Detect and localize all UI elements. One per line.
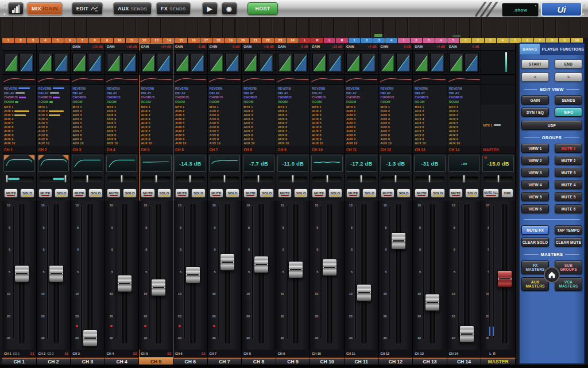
aux-send-row[interactable]: AUX 5: [242, 121, 276, 125]
bank-segment[interactable]: 19: [225, 38, 237, 43]
pan-thumb[interactable]: [326, 175, 328, 183]
aux-send-row[interactable]: AUX 2: [447, 109, 481, 113]
eq-curve-thumb[interactable]: [259, 53, 273, 72]
mute-button[interactable]: MUTE: [278, 189, 292, 198]
bank-segment[interactable]: 5: [447, 38, 459, 43]
aux-send-row[interactable]: AUX 6: [2, 125, 36, 129]
master-readout[interactable]: M -15.0 dB: [482, 155, 514, 172]
bottom-channel-cell[interactable]: CH 9: [276, 358, 311, 365]
mix-gain-button[interactable]: MIX/GAIN: [27, 2, 63, 15]
aux-send-row[interactable]: AUX 6: [447, 125, 481, 129]
eq-curve-thumb[interactable]: [191, 53, 205, 72]
fx-send-row[interactable]: CHORUS: [71, 95, 105, 100]
dyn-eq-thumbnails[interactable]: [242, 51, 276, 75]
bank-segment[interactable]: R: [336, 38, 348, 43]
aux-send-row[interactable]: AUX 9: [379, 137, 413, 141]
mute-button[interactable]: MUTE: [38, 189, 52, 198]
bottom-channel-cell[interactable]: CH 3: [71, 358, 105, 365]
aux-send-row[interactable]: AUX 6: [413, 125, 447, 129]
aux-send-row[interactable]: AUX 3: [242, 113, 276, 117]
channel-strip[interactable]: REVERBDELAYCHORUSROOM MTX 1AUX 2AUX 3AUX…: [2, 43, 37, 358]
fx-send-row[interactable]: DELAY: [208, 91, 242, 95]
fx-send-row[interactable]: CHORUS: [105, 95, 139, 100]
aux-send-row[interactable]: AUX 5: [379, 121, 413, 125]
aux-send-row[interactable]: MTX 1: [447, 105, 481, 109]
fx-send-row[interactable]: REVERB: [276, 86, 310, 91]
fader-zone[interactable]: 10505102040: [105, 201, 139, 350]
bank-segment[interactable]: 24: [287, 38, 299, 43]
fx-send-row[interactable]: REVERB: [208, 86, 242, 91]
aux-send-row[interactable]: AUX 7: [413, 129, 447, 133]
home-button[interactable]: [544, 267, 560, 283]
aux-send-row[interactable]: AUX 9: [71, 137, 105, 141]
aux-send-row[interactable]: AUX 3: [276, 113, 310, 117]
fx-sends-button[interactable]: FXSENDS: [156, 2, 190, 15]
bank-segment[interactable]: 3: [373, 38, 385, 43]
bottom-channel-cell[interactable]: CH 14: [447, 358, 482, 365]
aux-send-row[interactable]: AUX 10: [242, 141, 276, 145]
aux-send-row[interactable]: AUX 9: [447, 137, 481, 141]
aux-send-row[interactable]: AUX 8: [2, 133, 36, 137]
solo-button[interactable]: SOLO: [294, 189, 308, 198]
channel-readout[interactable]: -7.7 dB: [243, 155, 274, 172]
aux-send-row[interactable]: AUX 9: [413, 137, 447, 141]
aux-send-row[interactable]: MTX 1: [276, 105, 310, 109]
channel-readout[interactable]: -11.0 dB: [277, 155, 309, 172]
aux-send-row[interactable]: AUX 4: [242, 117, 276, 121]
next-bank-button[interactable]: >: [555, 72, 582, 82]
fx-send-row[interactable]: REVERB: [173, 86, 207, 91]
fx-send-row[interactable]: DELAY: [71, 91, 105, 95]
bank-segment[interactable]: 21: [250, 38, 262, 43]
gate-curve-thumb[interactable]: [278, 53, 292, 72]
dim-button[interactable]: DIM: [501, 189, 513, 198]
aux-send-row[interactable]: AUX 2: [173, 109, 207, 113]
aux-send-row[interactable]: AUX 3: [2, 113, 36, 117]
bottom-channel-cell[interactable]: CH 7: [208, 358, 242, 365]
mute-button[interactable]: MUTE: [141, 189, 154, 198]
prev-bank-button[interactable]: <: [521, 72, 549, 82]
aux-send-row[interactable]: AUX 10: [379, 141, 413, 145]
balance-track[interactable]: [483, 177, 513, 181]
pan-track[interactable]: [210, 177, 239, 181]
aux-send-row[interactable]: AUX 9: [2, 137, 36, 141]
view-group-button[interactable]: VIEW 6: [521, 204, 549, 213]
pan-slider[interactable]: [173, 172, 207, 186]
fx-send-row[interactable]: DELAY: [37, 91, 71, 95]
view-group-button[interactable]: VIEW 4: [521, 180, 549, 189]
aux-send-row[interactable]: AUX 10: [173, 141, 207, 145]
fx-send-row[interactable]: CHORUS: [37, 95, 71, 100]
gate-curve-thumb[interactable]: [72, 53, 87, 72]
aux-send-row[interactable]: AUX 7: [37, 129, 71, 133]
fx-send-row[interactable]: CHORUS: [310, 95, 344, 100]
gate-curve-thumb[interactable]: [381, 53, 395, 72]
channel-strip[interactable]: GAIN +22 dB REVERBDELAYCHORUSROOM MTX 1A…: [310, 43, 345, 358]
player-start-button[interactable]: START: [521, 59, 549, 68]
fader-handle[interactable]: [49, 265, 64, 282]
bank-segment[interactable]: 2: [472, 38, 484, 43]
aux-send-row[interactable]: AUX 4: [447, 117, 481, 121]
channel-readout[interactable]: [140, 155, 172, 172]
eq-curve-thumb[interactable]: [20, 53, 34, 72]
bank-segment[interactable]: 5: [52, 38, 64, 43]
aux-send-row[interactable]: AUX 5: [413, 121, 447, 125]
mute-fx-button[interactable]: MUTE FX: [521, 225, 549, 235]
bottom-channel-cell[interactable]: CH 2: [37, 358, 71, 365]
solo-button[interactable]: SOLO: [20, 189, 34, 198]
channel-strip[interactable]: GAIN -2 dB REVERBDELAYCHORUSROOM MTX 1AU…: [173, 43, 208, 358]
fader-zone[interactable]: 10505102040: [276, 201, 310, 350]
mute-button[interactable]: MUTE: [210, 189, 223, 198]
aux-send-row[interactable]: AUX 2: [276, 109, 310, 113]
fx-send-row[interactable]: ROOM: [276, 99, 310, 104]
aux-send-row[interactable]: AUX 2: [71, 109, 105, 113]
fader-track[interactable]: [156, 204, 161, 344]
fx-send-row[interactable]: REVERB: [37, 86, 71, 91]
record-button[interactable]: ◉: [222, 2, 237, 15]
channel-strip[interactable]: GAIN 0 dB REVERBDELAYCHORUSROOM MTX 1AUX…: [276, 43, 311, 358]
fx-send-row[interactable]: REVERB: [447, 86, 481, 91]
aux-send-row[interactable]: AUX 3: [447, 113, 481, 117]
fx-send-row[interactable]: CHORUS: [242, 95, 276, 100]
pan-slider[interactable]: [208, 172, 242, 186]
bank-segment[interactable]: 4: [497, 38, 509, 43]
aux-send-row[interactable]: AUX 10: [345, 141, 378, 145]
aux-send-row[interactable]: AUX 10: [71, 141, 105, 145]
